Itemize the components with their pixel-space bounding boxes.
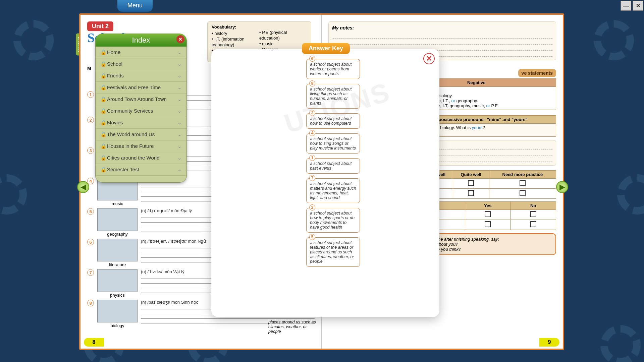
lock-icon: 🔒 [100, 73, 105, 79]
index-item[interactable]: 🔒Home⌄ [96, 47, 186, 58]
index-item[interactable]: 🔒School⌄ [96, 58, 186, 70]
item-number: 4 [87, 178, 94, 184]
index-item[interactable]: 🔒Festivals and Free Time⌄ [96, 82, 186, 94]
item-number: 8 [87, 300, 94, 306]
page-number-left: 8 [84, 338, 104, 347]
chevron-down-icon: ⌄ [177, 96, 182, 102]
vocab-item: • I.T. (information technology) [212, 37, 259, 48]
item-number: 6 [87, 239, 94, 245]
answer-number: 6 [309, 56, 315, 62]
item-label: geography [97, 232, 138, 237]
vocab-item: • music [259, 41, 307, 47]
index-item-label: Semester Test [107, 167, 139, 172]
chevron-down-icon: ⌄ [177, 155, 182, 161]
index-item[interactable]: 🔒Friends⌄ [96, 70, 186, 82]
checkbox[interactable] [520, 180, 526, 186]
answer-text: a school subject about past events [310, 161, 352, 171]
answer-card: 3a school subject about how to use compu… [306, 113, 360, 129]
item-thumbnail [97, 300, 138, 322]
task-label: M [87, 66, 91, 71]
window-controls: — ✕ [621, 1, 643, 11]
chevron-down-icon: ⌄ [177, 143, 182, 149]
menu-tab[interactable]: Menu [117, 0, 153, 12]
answer-text: a school subject about features of the a… [310, 240, 354, 264]
answer-card: 6a school subject about works or poems f… [306, 59, 360, 79]
checkbox[interactable] [530, 211, 536, 217]
index-item-label: Movies [107, 120, 123, 125]
answer-text: a school subject about how to play sport… [310, 211, 355, 230]
checkbox[interactable] [530, 221, 536, 227]
answer-text: a school subject about how to use comput… [310, 116, 352, 126]
index-item[interactable]: 🔒Cities around the World⌄ [96, 152, 186, 164]
chevron-down-icon: ⌄ [177, 131, 182, 137]
answer-card: 8a school subject about living things su… [306, 84, 360, 109]
answer-key-modal: ✕ UTIONS 6a school subject about works o… [211, 49, 439, 317]
index-close-button[interactable]: ✕ [176, 35, 184, 43]
close-window-button[interactable]: ✕ [633, 1, 643, 11]
index-item-label: Friends [107, 73, 124, 78]
answer-number: 5 [309, 234, 315, 240]
self-th: Need more practice [489, 171, 556, 179]
lock-icon: 🔒 [100, 61, 105, 67]
item-thumbnail [97, 239, 138, 261]
index-item[interactable]: 🔒Movies⌄ [96, 117, 186, 129]
item-label: physics [97, 293, 138, 298]
chevron-down-icon: ⌄ [177, 167, 182, 173]
chevron-down-icon: ⌄ [177, 61, 182, 67]
answer-number: 3 [309, 110, 315, 116]
next-page-button[interactable]: ▶ [556, 181, 568, 193]
self-yn-th: No [511, 202, 556, 210]
item-number: 5 [87, 208, 94, 215]
index-item-label: Houses in the Future [107, 143, 154, 149]
item-thumbnail [97, 208, 138, 231]
tail-text: places around us such as climates, weath… [268, 320, 319, 334]
answer-card: 1a school subject about past events [306, 158, 360, 174]
index-item[interactable]: 🔒Houses in the Future⌄ [96, 140, 186, 152]
vocab-header: Vocabulary: [212, 24, 259, 30]
item-number: 3 [87, 147, 94, 154]
index-item[interactable]: 🔒Around Town Around Town⌄ [96, 94, 186, 105]
index-title: Index [132, 36, 150, 44]
checkbox[interactable] [468, 190, 474, 196]
index-item-label: Around Town Around Town [107, 96, 167, 102]
lock-icon: 🔒 [100, 49, 105, 55]
index-item[interactable]: 🔒Semester Test⌄ [96, 164, 186, 176]
index-header: Index ✕ [96, 34, 186, 47]
answer-text: a school subject about living things suc… [310, 87, 352, 106]
checkbox[interactable] [485, 221, 491, 227]
checkbox[interactable] [485, 211, 491, 217]
index-item[interactable]: 🔒Community Services⌄ [96, 105, 186, 117]
index-item-label: Community Services [107, 108, 153, 114]
answer-key-tab[interactable]: Answer Key [302, 43, 350, 54]
lock-icon: 🔒 [100, 143, 105, 149]
self-th: Quite well [453, 171, 489, 179]
chevron-down-icon: ⌄ [177, 108, 182, 114]
answer-number: 2 [309, 204, 315, 210]
index-item-label: The World around Us [107, 131, 155, 137]
lock-icon: 🔒 [100, 131, 105, 137]
checkbox[interactable] [468, 180, 474, 186]
item-number: 1 [87, 91, 94, 98]
lock-icon: 🔒 [100, 167, 105, 173]
answer-card: 2a school subject about how to play spor… [306, 208, 360, 233]
answer-card: 5a school subject about features of the … [306, 237, 360, 267]
lock-icon: 🔒 [100, 84, 105, 90]
lock-icon: 🔒 [100, 120, 105, 126]
notes-header: My notes: [332, 25, 552, 31]
chevron-down-icon: ⌄ [177, 49, 182, 55]
answer-number: 1 [309, 155, 315, 161]
prev-page-button[interactable]: ◀ [77, 181, 89, 193]
checkbox[interactable] [520, 190, 526, 196]
minimize-button[interactable]: — [621, 1, 631, 11]
item-thumbnail [97, 269, 138, 292]
chevron-down-icon: ⌄ [177, 120, 182, 126]
answer-text: a school subject about how to sing songs… [310, 136, 356, 150]
answer-text: a school subject about matters and energ… [310, 181, 356, 200]
index-item[interactable]: 🔒The World around Us⌄ [96, 129, 186, 140]
chevron-down-icon: ⌄ [177, 84, 182, 90]
item-number: 2 [87, 117, 94, 123]
lock-icon: 🔒 [100, 96, 105, 102]
grammar-heading: ve statements [518, 69, 556, 77]
index-item-label: Festivals and Free Time [107, 84, 161, 90]
chevron-down-icon: ⌄ [177, 73, 182, 79]
